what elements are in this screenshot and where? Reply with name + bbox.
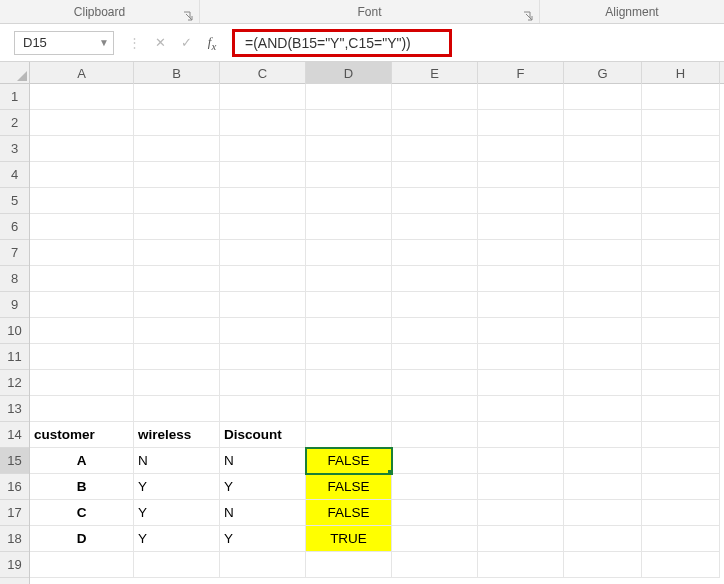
cell-G12[interactable]: [564, 370, 642, 396]
row-header-15[interactable]: 15: [0, 448, 29, 474]
column-header-A[interactable]: A: [30, 62, 134, 84]
cell-H12[interactable]: [642, 370, 720, 396]
cell-A12[interactable]: [30, 370, 134, 396]
cell-G9[interactable]: [564, 292, 642, 318]
row-header-8[interactable]: 8: [0, 266, 29, 292]
cell-E16[interactable]: [392, 474, 478, 500]
cell-G19[interactable]: [564, 552, 642, 578]
cell-H18[interactable]: [642, 526, 720, 552]
cell-H16[interactable]: [642, 474, 720, 500]
cell-F17[interactable]: [478, 500, 564, 526]
cell-A9[interactable]: [30, 292, 134, 318]
cell-F16[interactable]: [478, 474, 564, 500]
cell-F15[interactable]: [478, 448, 564, 474]
cell-H8[interactable]: [642, 266, 720, 292]
cell-A15[interactable]: A: [30, 448, 134, 474]
cell-G2[interactable]: [564, 110, 642, 136]
cell-B19[interactable]: [134, 552, 220, 578]
cell-F14[interactable]: [478, 422, 564, 448]
cell-H1[interactable]: [642, 84, 720, 110]
cell-C4[interactable]: [220, 162, 306, 188]
dialog-launcher-icon[interactable]: [183, 11, 193, 21]
cell-E11[interactable]: [392, 344, 478, 370]
column-header-G[interactable]: G: [564, 62, 642, 84]
cell-A18[interactable]: D: [30, 526, 134, 552]
cell-C2[interactable]: [220, 110, 306, 136]
select-all-corner[interactable]: [0, 62, 30, 84]
cell-E15[interactable]: [392, 448, 478, 474]
cell-D4[interactable]: [306, 162, 392, 188]
cell-D17[interactable]: FALSE: [306, 500, 392, 526]
cell-B14[interactable]: wireless: [134, 422, 220, 448]
cell-C16[interactable]: Y: [220, 474, 306, 500]
cell-D1[interactable]: [306, 84, 392, 110]
cell-A1[interactable]: [30, 84, 134, 110]
cell-A6[interactable]: [30, 214, 134, 240]
cell-G3[interactable]: [564, 136, 642, 162]
row-header-13[interactable]: 13: [0, 396, 29, 422]
name-box[interactable]: D15 ▼: [14, 31, 114, 55]
cell-B11[interactable]: [134, 344, 220, 370]
cell-A11[interactable]: [30, 344, 134, 370]
cell-E1[interactable]: [392, 84, 478, 110]
cell-G15[interactable]: [564, 448, 642, 474]
cell-G1[interactable]: [564, 84, 642, 110]
cell-E14[interactable]: [392, 422, 478, 448]
cell-A14[interactable]: customer: [30, 422, 134, 448]
cell-F19[interactable]: [478, 552, 564, 578]
cell-H10[interactable]: [642, 318, 720, 344]
cell-A5[interactable]: [30, 188, 134, 214]
cell-C7[interactable]: [220, 240, 306, 266]
cell-D19[interactable]: [306, 552, 392, 578]
cell-D15[interactable]: FALSE: [306, 448, 392, 474]
cell-B12[interactable]: [134, 370, 220, 396]
cell-B18[interactable]: Y: [134, 526, 220, 552]
cell-D9[interactable]: [306, 292, 392, 318]
row-header-9[interactable]: 9: [0, 292, 29, 318]
cell-B3[interactable]: [134, 136, 220, 162]
chevron-down-icon[interactable]: ▼: [99, 37, 109, 48]
fx-icon[interactable]: fx: [204, 34, 220, 52]
cell-B7[interactable]: [134, 240, 220, 266]
cell-E13[interactable]: [392, 396, 478, 422]
cell-A8[interactable]: [30, 266, 134, 292]
cell-A2[interactable]: [30, 110, 134, 136]
row-header-3[interactable]: 3: [0, 136, 29, 162]
dialog-launcher-icon[interactable]: [523, 11, 533, 21]
cell-D3[interactable]: [306, 136, 392, 162]
cell-E4[interactable]: [392, 162, 478, 188]
cell-G6[interactable]: [564, 214, 642, 240]
cell-H13[interactable]: [642, 396, 720, 422]
cell-G11[interactable]: [564, 344, 642, 370]
cell-A10[interactable]: [30, 318, 134, 344]
cell-H7[interactable]: [642, 240, 720, 266]
row-header-12[interactable]: 12: [0, 370, 29, 396]
cell-F5[interactable]: [478, 188, 564, 214]
column-header-B[interactable]: B: [134, 62, 220, 84]
cell-H15[interactable]: [642, 448, 720, 474]
cell-H9[interactable]: [642, 292, 720, 318]
cell-G5[interactable]: [564, 188, 642, 214]
cell-E2[interactable]: [392, 110, 478, 136]
cell-G16[interactable]: [564, 474, 642, 500]
cell-D11[interactable]: [306, 344, 392, 370]
cancel-icon[interactable]: ✕: [152, 35, 168, 50]
row-header-2[interactable]: 2: [0, 110, 29, 136]
cell-C3[interactable]: [220, 136, 306, 162]
cell-H11[interactable]: [642, 344, 720, 370]
cell-A16[interactable]: B: [30, 474, 134, 500]
cell-B5[interactable]: [134, 188, 220, 214]
cell-D8[interactable]: [306, 266, 392, 292]
cell-C1[interactable]: [220, 84, 306, 110]
cell-B1[interactable]: [134, 84, 220, 110]
cell-H2[interactable]: [642, 110, 720, 136]
cell-G14[interactable]: [564, 422, 642, 448]
cell-B13[interactable]: [134, 396, 220, 422]
row-header-6[interactable]: 6: [0, 214, 29, 240]
cell-C12[interactable]: [220, 370, 306, 396]
cell-H14[interactable]: [642, 422, 720, 448]
cells-area[interactable]: customerwirelessDiscountANNFALSEBYYFALSE…: [30, 84, 724, 584]
cell-B17[interactable]: Y: [134, 500, 220, 526]
cell-G10[interactable]: [564, 318, 642, 344]
cell-C14[interactable]: Discount: [220, 422, 306, 448]
